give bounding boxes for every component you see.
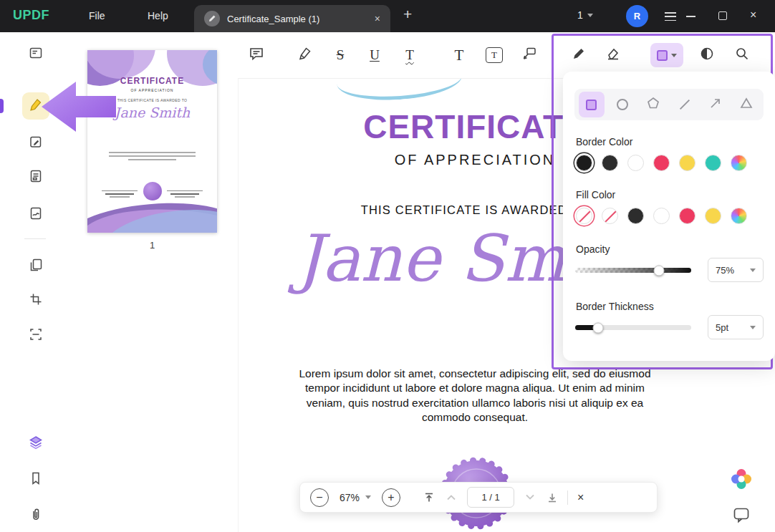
sidebar-item-sign[interactable] [22,201,49,228]
window-maximize-button[interactable] [718,11,727,20]
shape-tool-selected[interactable] [650,43,683,67]
border-color-swatch-rainbow[interactable] [731,155,747,171]
window-close-button[interactable]: × [750,9,756,21]
fill-color-swatch-rainbow[interactable] [731,208,747,224]
thickness-slider-knob[interactable] [593,322,604,333]
pentagon-icon [647,97,660,112]
underline-tool[interactable]: U [363,44,386,67]
opacity-value-dropdown[interactable]: 75% [708,258,764,282]
new-tab-button[interactable]: + [403,6,412,23]
zoom-level-dropdown[interactable]: 67% [340,492,371,503]
last-page-button[interactable] [547,492,558,503]
fill-color-swatch[interactable] [705,208,721,224]
sidebar-item-attachment[interactable] [22,503,49,530]
text-tool[interactable]: T [448,44,471,67]
shape-option-triangle[interactable] [733,92,759,117]
highlighter-icon [297,46,312,64]
zoom-bar-close-button[interactable]: × [577,491,584,504]
shape-type-selector [574,89,764,120]
menu-help[interactable]: Help [148,10,168,21]
chevron-down-icon [750,269,756,272]
text-box-tool[interactable]: T [483,44,506,67]
border-color-swatch[interactable] [627,155,644,171]
sidebar-item-form[interactable] [22,164,49,191]
pages-icon [29,258,43,275]
menu-file[interactable]: File [89,10,105,21]
border-color-swatch[interactable] [602,155,618,171]
signature-page-icon [29,206,43,223]
bookmark-icon [29,471,43,488]
border-color-swatch[interactable] [679,155,695,171]
arrow-icon [709,97,722,112]
fill-color-swatch[interactable] [679,208,695,224]
chevron-down-icon [671,54,677,57]
shape-option-line[interactable] [672,92,698,117]
zoom-bar-divider [567,490,568,505]
paperclip-icon [29,508,43,525]
comment-note-tool[interactable] [245,44,268,67]
triangle-icon [740,97,753,112]
hamburger-menu-icon[interactable] [665,12,676,21]
shape-option-square[interactable] [579,92,605,117]
next-page-button[interactable] [525,494,535,500]
opacity-slider-knob[interactable] [653,265,664,276]
thickness-value: 5pt [716,322,728,333]
opacity-value: 75% [716,265,734,276]
sidebar-divider [24,238,46,239]
sidebar-item-ocr[interactable] [22,322,49,349]
window-minimize-button[interactable] [686,16,695,17]
page-indicator[interactable]: 1 / 1 [467,487,514,508]
pen-tool[interactable] [567,44,590,67]
highlight-tool[interactable] [293,44,316,67]
previous-page-button[interactable] [446,494,456,500]
zoom-out-button[interactable]: − [310,488,329,507]
squiggly-underline-tool[interactable]: T [398,44,421,67]
opacity-slider[interactable] [575,268,691,273]
page-display: 1 / 1 [481,492,499,503]
tab-close-icon[interactable]: × [375,14,380,24]
user-avatar[interactable]: R [626,5,648,27]
strikethrough-tool[interactable]: S [329,44,352,67]
thickness-slider[interactable] [575,325,691,330]
sidebar-item-layers[interactable] [22,430,49,458]
fill-color-swatch-none[interactable] [576,208,592,224]
chevron-down-icon [750,326,756,329]
sidebar-item-reader[interactable] [22,41,49,68]
chat-bubble-icon [732,506,751,524]
updf-ai-button[interactable] [729,467,754,491]
fill-color-swatches [576,208,747,224]
shape-option-arrow[interactable] [703,92,728,117]
text-callout-tool[interactable] [518,44,541,67]
border-color-swatches [576,155,747,171]
feedback-chat-button[interactable] [732,506,751,524]
square-shape-icon [657,50,668,61]
fill-color-swatch[interactable] [627,208,644,224]
shape-option-pentagon[interactable] [640,92,666,117]
document-tab[interactable]: Certificate_Sample (1) × [194,5,390,32]
thickness-value-dropdown[interactable]: 5pt [708,315,764,339]
first-page-button[interactable] [423,492,435,503]
eraser-tool[interactable] [602,44,625,67]
border-color-swatch[interactable] [653,155,670,171]
chevron-down-icon [365,495,371,499]
sidebar-item-crop[interactable] [22,287,49,314]
sidebar-item-bookmark[interactable] [22,466,49,493]
pen-icon [571,46,587,64]
half-circle-tool[interactable] [695,44,718,67]
sidebar-item-organize-pages[interactable] [22,253,49,280]
fill-color-swatch[interactable] [653,208,670,224]
titlebar-counter-dropdown[interactable]: 1 [577,9,593,21]
search-tool[interactable] [731,44,754,67]
zoom-in-button[interactable]: + [382,488,400,507]
border-color-swatch[interactable] [705,155,721,171]
thumb-seal [143,182,162,200]
tutorial-arrow [42,82,116,135]
fill-color-label: Fill Color [576,189,615,200]
text-glyph: T [455,47,464,64]
thumb-signer-right [167,190,203,198]
app-logo: UPDF [13,8,49,23]
border-color-swatch[interactable] [576,155,592,171]
page-thumbnail[interactable]: CERTIFICATE OF APPRECIATION THIS CERTIFI… [87,50,217,233]
fill-color-swatch-none[interactable] [602,208,618,224]
shape-option-circle[interactable] [610,92,635,117]
